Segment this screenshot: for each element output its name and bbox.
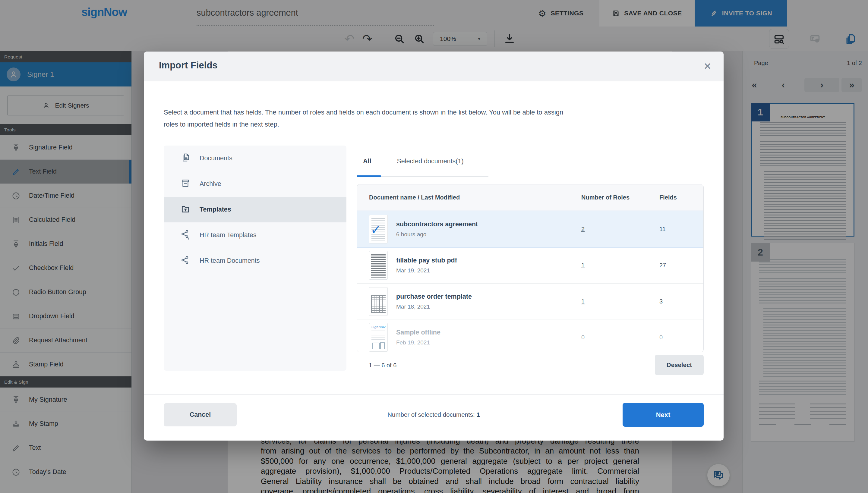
column-number-of-roles: Number of Roles: [581, 194, 659, 201]
roles-count-link[interactable]: 1: [581, 298, 585, 305]
modal-title: Import Fields: [159, 60, 218, 71]
share-icon: [180, 255, 191, 267]
document-thumbnail: [369, 287, 388, 316]
nav-item-label: Templates: [199, 206, 231, 213]
description-line: roles to imported fields in the next ste…: [164, 119, 563, 130]
nav-item-hr-team-templates[interactable]: HR team Templates: [164, 222, 346, 248]
import-fields-modal: Import Fields ✕ Select a document that h…: [144, 51, 724, 441]
table-row[interactable]: ✓subcontractors agreement6 hours ago211: [357, 211, 703, 248]
document-name: subcontractors agreement: [396, 220, 478, 228]
nav-item-label: Archive: [199, 180, 221, 188]
fields-count: 0: [659, 334, 663, 341]
modal-description: Select a document that has fields. The n…: [164, 106, 563, 130]
nav-item-documents[interactable]: Documents: [164, 146, 346, 171]
column-fields: Fields: [659, 194, 703, 201]
archive-icon: [180, 178, 191, 190]
document-thumbnail: ✓: [369, 215, 388, 243]
footer-divider: [144, 394, 724, 395]
roles-count: 0: [581, 334, 585, 341]
document-thumbnail: SignNow: [369, 323, 388, 352]
nav-item-templates[interactable]: Templates: [164, 197, 346, 222]
document-name: purchase order template: [396, 293, 472, 300]
document-tabs: All Selected documents(1): [357, 157, 464, 170]
active-tab-indicator: [357, 175, 381, 177]
deselect-button[interactable]: Deselect: [655, 355, 704, 375]
document-name: fillable pay stub pdf: [396, 257, 457, 264]
next-button[interactable]: Next: [622, 403, 704, 427]
table-row[interactable]: purchase order templateMar 18, 202113: [357, 283, 703, 319]
tab-selected-documents[interactable]: Selected documents(1): [397, 157, 463, 170]
last-modified: Mar 18, 2021: [396, 303, 472, 310]
table-row[interactable]: SignNowSample offlineFeb 19, 202100: [357, 319, 703, 352]
selected-count-label: Number of selected documents:: [387, 411, 474, 418]
documents-table: Document name / Last Modified Number of …: [357, 184, 704, 352]
document-name: Sample offline: [396, 329, 441, 336]
description-line: Select a document that has fields. The n…: [164, 106, 563, 119]
table-body: ✓subcontractors agreement6 hours ago211f…: [357, 211, 703, 352]
nav-item-label: HR team Templates: [199, 232, 256, 239]
fields-count: 3: [659, 298, 663, 305]
table-row[interactable]: fillable pay stub pdfMar 19, 2021127: [357, 248, 703, 283]
fields-count: 11: [659, 226, 666, 232]
column-document-name: Document name / Last Modified: [357, 194, 581, 201]
nav-item-label: HR team Documents: [199, 257, 260, 264]
pagination-label: 1 — 6 of 6: [369, 362, 397, 369]
last-modified: 6 hours ago: [396, 231, 478, 238]
roles-count-link[interactable]: 1: [581, 262, 585, 269]
documents-icon: [180, 152, 191, 165]
tab-all[interactable]: All: [357, 157, 378, 170]
source-nav: DocumentsArchiveTemplatesHR team Templat…: [164, 146, 346, 371]
share-template-icon: [180, 229, 191, 241]
last-modified: Feb 19, 2021: [396, 339, 441, 346]
table-header: Document name / Last Modified Number of …: [357, 185, 703, 211]
selected-check-icon: ✓: [371, 222, 381, 237]
roles-count-link[interactable]: 2: [581, 226, 585, 232]
fields-count: 27: [659, 262, 666, 269]
modal-header: Import Fields ✕: [144, 51, 724, 81]
selected-count-value: 1: [477, 411, 480, 418]
document-thumbnail: [369, 251, 388, 280]
nav-item-hr-team-documents[interactable]: HR team Documents: [164, 248, 346, 274]
close-icon[interactable]: ✕: [703, 61, 712, 72]
last-modified: Mar 19, 2021: [396, 267, 457, 274]
nav-item-archive[interactable]: Archive: [164, 171, 346, 197]
nav-item-label: Documents: [199, 155, 232, 162]
folder-template-icon: [180, 204, 191, 216]
